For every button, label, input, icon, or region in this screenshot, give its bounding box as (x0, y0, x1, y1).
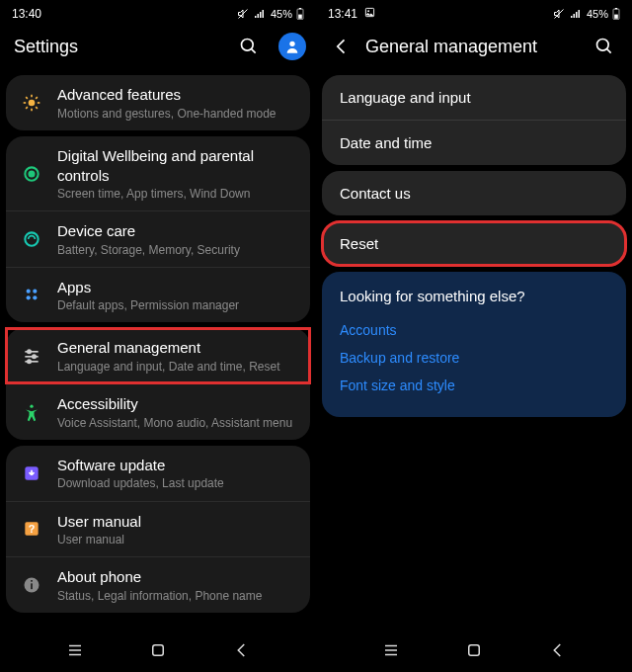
list-item-language[interactable]: Language and input (322, 75, 626, 120)
svg-point-17 (25, 232, 38, 245)
suggestion-header: Looking for something else? (340, 288, 608, 304)
settings-group: Language and input Date and time (322, 75, 626, 165)
svg-rect-33 (31, 583, 33, 589)
page-title: General management (365, 37, 575, 57)
list-item[interactable]: Digital Wellbeing and parental controlsS… (6, 136, 310, 210)
svg-line-45 (607, 49, 611, 53)
apps-icon (20, 285, 43, 304)
item-title: Device care (57, 221, 296, 241)
nav-back-icon[interactable] (549, 641, 567, 659)
mute-icon (237, 8, 249, 20)
svg-point-16 (30, 171, 35, 176)
list-item[interactable]: Advanced featuresMotions and gestures, O… (6, 75, 310, 130)
battery-text: 45% (271, 8, 292, 20)
svg-line-11 (26, 97, 28, 99)
search-button[interactable] (587, 29, 622, 64)
about-icon (20, 575, 43, 595)
page-title: Settings (14, 37, 219, 57)
item-subtitle: Language and input, Date and time, Reset (57, 360, 296, 374)
back-button[interactable] (330, 29, 354, 64)
list-item[interactable]: Software updateDownload updates, Last up… (6, 446, 310, 501)
svg-rect-43 (615, 8, 617, 9)
svg-text:?: ? (29, 523, 36, 535)
list-item[interactable]: About phoneStatus, Legal information, Ph… (6, 556, 310, 613)
gallery-icon (364, 7, 375, 18)
list-item[interactable]: ?User manualUser manual (6, 501, 310, 557)
item-subtitle: User manual (57, 533, 296, 546)
list-item-reset[interactable]: Reset (322, 221, 626, 266)
svg-point-3 (242, 40, 254, 51)
search-icon (594, 37, 614, 56)
item-subtitle: Motions and gestures, One-handed mode (57, 107, 296, 121)
svg-point-5 (289, 42, 294, 46)
settings-group: Advanced featuresMotions and gestures, O… (6, 75, 310, 130)
item-title: User manual (57, 512, 296, 532)
settings-list[interactable]: Advanced featuresMotions and gestures, O… (0, 69, 316, 632)
nav-recent-icon[interactable] (66, 641, 84, 659)
suggestion-card: Looking for something else? Accounts Bac… (322, 272, 626, 417)
battery-text: 45% (587, 8, 608, 20)
svg-point-18 (27, 290, 31, 294)
svg-point-21 (33, 296, 37, 300)
svg-line-14 (36, 97, 38, 99)
status-icons: 45% (553, 8, 620, 20)
manual-icon: ? (20, 519, 43, 539)
list-item[interactable]: Device careBattery, Storage, Memory, Sec… (6, 210, 310, 267)
suggestion-link-backup[interactable]: Backup and restore (340, 344, 608, 372)
settings-list[interactable]: Language and input Date and time Contact… (316, 69, 632, 632)
svg-point-28 (30, 404, 33, 407)
svg-line-13 (26, 107, 28, 109)
signal-icon (253, 8, 267, 20)
status-time: 13:40 (12, 7, 41, 21)
svg-point-23 (28, 350, 31, 353)
svg-point-20 (27, 296, 31, 300)
nav-bar (0, 632, 316, 672)
item-title: Apps (57, 278, 296, 297)
search-icon (239, 37, 259, 56)
status-time: 13:41 (328, 7, 375, 21)
app-bar: General management (316, 24, 632, 69)
signal-icon (569, 8, 583, 20)
general-icon (20, 346, 43, 366)
status-bar: 13:40 45% (0, 0, 316, 24)
update-icon (20, 463, 43, 483)
nav-recent-icon[interactable] (382, 641, 400, 659)
profile-button[interactable] (278, 33, 306, 60)
nav-home-icon[interactable] (465, 641, 483, 659)
item-subtitle: Voice Assistant, Mono audio, Assistant m… (57, 416, 296, 430)
phone-general-management: 13:41 45% General management Language an… (316, 0, 632, 672)
list-item[interactable]: AppsDefault apps, Permission manager (6, 267, 310, 323)
svg-point-25 (33, 355, 36, 358)
svg-rect-1 (298, 15, 302, 19)
list-item-datetime[interactable]: Date and time (322, 120, 626, 165)
item-subtitle: Screen time, App timers, Wind Down (57, 187, 296, 201)
item-subtitle: Battery, Storage, Memory, Security (57, 243, 296, 257)
svg-rect-2 (299, 8, 301, 9)
mute-icon (553, 8, 565, 20)
svg-point-44 (597, 40, 609, 51)
nav-home-icon[interactable] (149, 641, 167, 659)
suggestion-link-accounts[interactable]: Accounts (340, 316, 608, 344)
svg-rect-38 (153, 645, 164, 656)
svg-rect-34 (31, 580, 33, 582)
wellbeing-icon (20, 164, 43, 184)
nav-back-icon[interactable] (233, 641, 251, 659)
search-button[interactable] (231, 29, 267, 64)
item-subtitle: Default apps, Permission manager (57, 298, 296, 312)
suggestion-link-font[interactable]: Font size and style (340, 372, 608, 399)
svg-point-40 (367, 10, 369, 12)
settings-group: General managementLanguage and input, Da… (6, 328, 310, 440)
item-title: Accessibility (57, 394, 296, 414)
item-subtitle: Download updates, Last update (57, 476, 296, 490)
chevron-left-icon (332, 37, 352, 56)
status-bar: 13:41 45% (316, 0, 632, 24)
list-item[interactable]: General managementLanguage and input, Da… (6, 328, 310, 383)
svg-rect-42 (614, 15, 618, 19)
svg-point-19 (33, 290, 37, 294)
status-icons: 45% (237, 8, 304, 20)
list-item[interactable]: AccessibilityVoice Assistant, Mono audio… (6, 383, 310, 440)
battery-icon (612, 8, 620, 20)
list-item-contact[interactable]: Contact us (322, 171, 626, 215)
svg-line-4 (252, 49, 256, 53)
app-bar: Settings (0, 24, 316, 69)
